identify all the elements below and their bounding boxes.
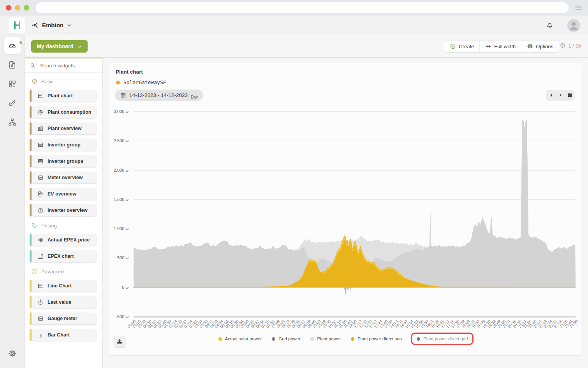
y-axis-tick: 0W [109, 285, 129, 290]
date-range-picker[interactable]: 14-12-2023 - 14-12-2023 Day [115, 90, 203, 100]
next-period-button[interactable] [556, 90, 565, 100]
tag-icon [31, 222, 38, 229]
bell-icon[interactable] [546, 21, 554, 29]
card-accent [30, 329, 32, 341]
rail-item-access-keys[interactable] [4, 94, 21, 111]
widget-card-bar-chart[interactable]: Bar Chart [31, 329, 96, 341]
card-accent [30, 171, 32, 184]
rail-item-hierarchy[interactable] [4, 113, 21, 130]
widget-card-label: Last value [48, 299, 71, 305]
legend-item-plant-power-direct-grid[interactable]: Plant power direct grid [411, 333, 474, 345]
search-input[interactable] [39, 62, 98, 69]
rail-item-widgets[interactable] [4, 75, 21, 92]
widget-card-plant-overview[interactable]: Plant overview [31, 123, 96, 134]
x-axis-line [134, 317, 576, 317]
inverter-chip-icon [37, 207, 44, 213]
org-selector[interactable]: Embion [31, 16, 72, 35]
widget-card-label: Gauge meter [48, 316, 77, 321]
calendar-solid-icon [567, 92, 573, 98]
legend-item-grid-power[interactable]: Grid power [272, 336, 300, 341]
hub-icon [31, 21, 39, 29]
widget-card-last-value[interactable]: Last value [31, 296, 96, 308]
triangle-right-icon [558, 93, 563, 98]
gear-icon [527, 43, 533, 49]
widget-card-inverter-overview[interactable]: Inverter overview [31, 204, 96, 216]
widget-card-plant-chart[interactable]: Plant chart [31, 90, 96, 102]
widget-card-line-chart[interactable]: Line Chart [31, 280, 96, 292]
calendar-button[interactable] [565, 90, 574, 100]
y-axis-tick: -500W [109, 314, 129, 319]
gear-icon[interactable] [8, 349, 17, 358]
page-indicator-text: 1 / 15 [568, 43, 581, 49]
card-accent [30, 90, 32, 102]
date-range-text: 14-12-2023 - 14-12-2023 [129, 92, 188, 98]
table-icon [37, 158, 44, 164]
legend-dot [417, 337, 420, 341]
nav-rail [0, 35, 25, 368]
chart-plot-area[interactable] [134, 111, 576, 317]
widget-card-label: Meter overview [48, 175, 83, 180]
widget-card-label: Actual EPEX price [48, 237, 90, 243]
rail-item-invoices[interactable] [4, 56, 21, 73]
browser-url-bar[interactable] [36, 2, 569, 13]
widget-card-meter-overview[interactable]: Meter overview [31, 172, 96, 183]
key-icon [8, 99, 17, 107]
toolbar-button-group: Create Full width Options [444, 40, 559, 53]
rail-item-dashboards[interactable] [4, 37, 21, 54]
section-label: Advanced [41, 269, 64, 275]
widget-card-ev-overview[interactable]: EV overview [31, 188, 96, 200]
zoom-button[interactable] [24, 5, 29, 11]
widget-card-gauge-meter[interactable]: Gauge meter [31, 313, 96, 324]
line-chart-icon [37, 283, 44, 289]
card-accent [30, 204, 32, 217]
table-icon [37, 142, 44, 148]
ev-charger-icon [37, 191, 44, 197]
line-chart-icon [37, 93, 44, 99]
section-label: Pricing [41, 223, 57, 229]
dashboard-selector-label: My dashboard [37, 43, 74, 49]
close-button[interactable] [6, 5, 11, 11]
browser-menu-icon[interactable] [574, 3, 583, 12]
prev-period-button[interactable] [546, 90, 556, 100]
chart-legend: Actual solar powerGrid powerPlant powerP… [109, 336, 582, 341]
chart-coins-icon [37, 253, 44, 259]
y-axis-tick: 1.000W [109, 226, 129, 231]
widget-card-plant-consumption[interactable]: Plant consumption [31, 106, 96, 118]
y-axis-tick: 3.000W [109, 109, 129, 114]
invoice-icon [8, 60, 17, 69]
full-width-button[interactable]: Full width [479, 40, 521, 52]
browser-chrome [0, 0, 588, 16]
date-granularity: Day [191, 95, 198, 99]
y-axis-tick: 2.000W [109, 168, 129, 173]
widget-card-epex-chart[interactable]: EPEX chart [31, 250, 96, 262]
chevron-down-icon [77, 44, 82, 49]
widget-card-label: Plant chart [48, 93, 73, 99]
pie-chart-icon [37, 109, 44, 115]
device-name: SolarGatewaySE [123, 79, 166, 85]
legend-label: Plant power [317, 336, 341, 341]
create-button[interactable]: Create [444, 40, 479, 52]
full-width-label: Full width [494, 44, 516, 49]
card-accent [30, 139, 32, 151]
widget-card-label: Inverter overview [48, 208, 88, 213]
avatar[interactable] [567, 19, 580, 32]
stack-icon [31, 268, 38, 275]
minimize-button[interactable] [15, 5, 20, 11]
card-accent [30, 280, 32, 292]
app-logo[interactable]: H [9, 18, 25, 33]
widget-card-actual-epex-price[interactable]: Actual EPEX price [31, 234, 96, 246]
legend-dot [218, 337, 222, 341]
legend-dot [310, 337, 314, 341]
legend-item-plant-power-direct-sun[interactable]: Plant power direct sun [351, 336, 402, 341]
plant-chart-widget: Plant chart SolarGatewaySE 14-12-2023 - … [109, 63, 582, 355]
legend-item-actual-solar-power[interactable]: Actual solar power [218, 336, 262, 341]
dashboard-selector-button[interactable]: My dashboard [31, 40, 88, 53]
legend-item-plant-power[interactable]: Plant power [310, 336, 341, 341]
options-button[interactable]: Options [521, 40, 559, 52]
section-label: Basic [41, 79, 54, 85]
widget-card-inverter-groups[interactable]: Inverter groups [31, 155, 96, 167]
widget-card-inverter-group[interactable]: Inverter group [31, 139, 96, 151]
legend-label: Plant power direct sun [357, 336, 402, 341]
widget-card-label: Bar Chart [48, 332, 70, 338]
rail-settings [0, 338, 25, 368]
